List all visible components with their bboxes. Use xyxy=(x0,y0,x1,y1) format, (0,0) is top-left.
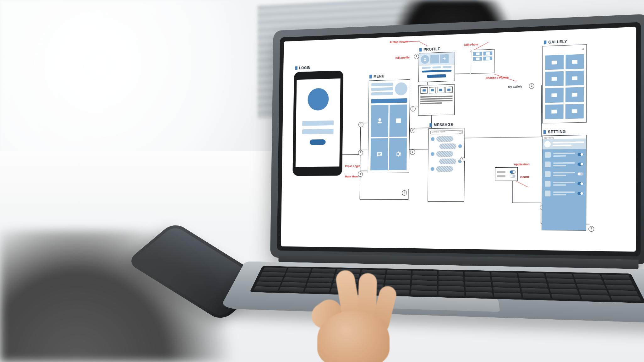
setting-item-icon xyxy=(545,181,551,187)
message-title: MESSAGE xyxy=(429,122,453,127)
chat-bubble[interactable] xyxy=(439,143,456,149)
annotation-main-menu: Main Menu xyxy=(345,175,358,178)
avatar-icon xyxy=(431,152,434,156)
image-icon[interactable] xyxy=(565,104,584,119)
message-screen[interactable]: Contact Name xyxy=(428,128,465,202)
setting-title: SETTING xyxy=(543,129,566,134)
image-icon xyxy=(429,87,436,93)
image-icon xyxy=(473,57,482,61)
search-bar[interactable] xyxy=(371,98,407,104)
image-icon xyxy=(483,57,492,61)
photo-scene: LOGIN Press Login Main Menu 1 2 3 xyxy=(0,0,644,362)
node-1: 1 xyxy=(358,122,363,127)
login-title: LOGIN xyxy=(295,66,311,70)
laptop-base xyxy=(220,261,644,324)
edit-photo-screen[interactable] xyxy=(471,49,495,74)
menu-tile-settings[interactable] xyxy=(389,138,407,170)
chat-bubble[interactable] xyxy=(436,151,454,157)
menu-screen[interactable] xyxy=(368,79,410,173)
user-shoulder xyxy=(0,230,258,362)
login-button[interactable] xyxy=(310,139,326,145)
annotation-edit-photo: Edit Photo xyxy=(464,43,478,46)
laptop-screen: LOGIN Press Login Main Menu 1 2 3 xyxy=(281,27,636,252)
image-icon[interactable] xyxy=(545,71,564,86)
laptop-lid: LOGIN Press Login Main Menu 1 2 3 xyxy=(270,14,644,264)
setting-screen[interactable]: SETTING xyxy=(542,135,587,231)
annotation-application: Application xyxy=(514,163,530,166)
search-icon xyxy=(459,131,461,134)
save-profile-button[interactable] xyxy=(427,74,446,78)
profile-title: PROFILE xyxy=(419,47,440,52)
profile-thumb-icon xyxy=(395,82,407,95)
image-icon[interactable] xyxy=(545,55,564,70)
photo-slot[interactable] xyxy=(430,55,439,64)
node-1c: 1 xyxy=(414,54,419,59)
toggle[interactable] xyxy=(577,172,583,176)
svg-point-0 xyxy=(582,48,584,49)
node-2: 2 xyxy=(358,150,363,155)
wireframe-flowchart: LOGIN Press Login Main Menu 1 2 3 xyxy=(281,27,636,252)
profile-article[interactable] xyxy=(418,84,455,116)
toggle-on[interactable] xyxy=(510,170,516,174)
setting-item-icon xyxy=(545,191,551,197)
node-2b: 2 xyxy=(410,128,415,133)
node-3: 3 xyxy=(358,171,363,177)
menu-tile-message[interactable] xyxy=(370,138,388,170)
contact-search[interactable]: Contact Name xyxy=(430,130,463,134)
chat-bubble[interactable] xyxy=(436,166,453,172)
image-icon[interactable] xyxy=(565,71,584,86)
hand-on-trackpad xyxy=(305,276,405,362)
image-icon xyxy=(483,51,492,56)
application-toggle-card[interactable] xyxy=(495,167,518,181)
avatar-icon xyxy=(458,144,462,148)
screen-bezel: LOGIN Press Login Main Menu 1 2 3 xyxy=(277,22,641,256)
avatar-icon xyxy=(431,167,434,171)
node-1b: 1 xyxy=(410,106,415,111)
setting-item-icon xyxy=(545,161,551,167)
annotation-my-gallery: My Gallely xyxy=(508,85,522,88)
menu-tile-user[interactable] xyxy=(371,105,388,137)
setting-item-icon xyxy=(545,171,551,177)
toggle[interactable] xyxy=(577,182,583,185)
chat-bubble[interactable] xyxy=(439,159,456,164)
image-icon xyxy=(445,87,453,93)
profile-screen[interactable]: + xyxy=(418,52,455,82)
annotation-on-off: On/Off xyxy=(520,176,529,179)
setting-item-icon xyxy=(545,152,551,158)
gallery-screen[interactable] xyxy=(542,44,587,123)
node-4: 4 xyxy=(402,190,407,196)
chat-bubble[interactable] xyxy=(436,136,453,142)
annotation-press-login: Press Login xyxy=(345,165,360,168)
image-icon[interactable] xyxy=(565,54,584,69)
backdrop-window xyxy=(0,0,283,163)
username-field[interactable] xyxy=(302,120,334,126)
add-photo-button[interactable]: + xyxy=(440,54,449,63)
image-icon xyxy=(437,87,444,93)
avatar-icon xyxy=(308,88,329,111)
menu-tile-image[interactable] xyxy=(389,105,407,137)
node-2c: 2 xyxy=(529,83,534,89)
avatar-icon xyxy=(431,137,435,141)
toggle[interactable] xyxy=(578,153,584,156)
login-screen[interactable] xyxy=(292,70,343,176)
toggle[interactable] xyxy=(578,163,584,166)
password-field[interactable] xyxy=(302,129,334,134)
image-icon[interactable] xyxy=(545,88,563,103)
avatar-icon xyxy=(544,141,551,148)
annotation-edit-profile: Edit profile xyxy=(396,56,410,59)
gallery-title: GALLELY xyxy=(544,39,567,45)
image-icon[interactable] xyxy=(545,104,563,119)
toggle-off[interactable] xyxy=(510,175,516,178)
user-icon xyxy=(421,55,429,64)
image-icon[interactable] xyxy=(565,87,584,102)
image-icon xyxy=(473,52,482,56)
toggle[interactable] xyxy=(577,192,583,195)
annotation-profile-picture: Profile Picture xyxy=(390,40,408,44)
menu-title: MENU xyxy=(369,74,385,79)
node-3b: 3 xyxy=(410,149,415,155)
annotation-choose-picture: Choose a Picture xyxy=(486,76,509,79)
node-7: 7 xyxy=(588,226,594,232)
image-icon xyxy=(420,87,428,94)
